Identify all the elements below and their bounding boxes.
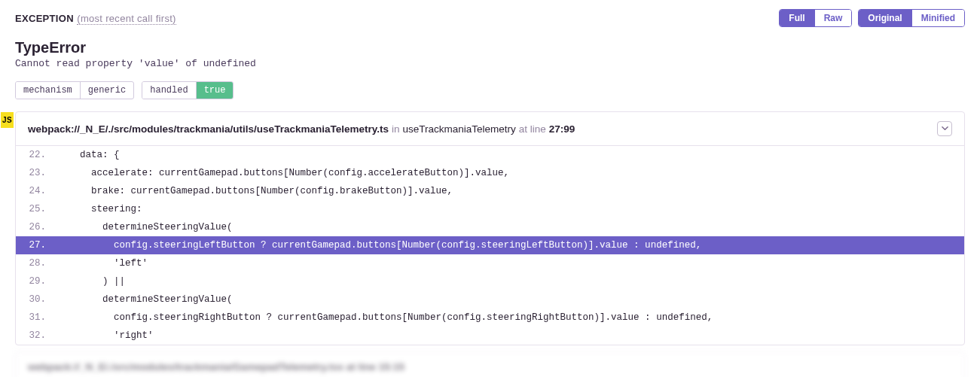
tag-key: handled bbox=[142, 82, 196, 99]
line-content: accelerate: currentGamepad.buttons[Numbe… bbox=[69, 164, 964, 182]
code-context: 22. data: {23. accelerate: currentGamepa… bbox=[16, 146, 964, 345]
stack-frame: JS webpack://_N_E/./src/modules/trackman… bbox=[15, 111, 965, 345]
toggle-minified-button[interactable]: Minified bbox=[911, 10, 964, 26]
tag-mechanism[interactable]: mechanism generic bbox=[15, 81, 134, 99]
line-content: config.steeringRightButton ? currentGame… bbox=[69, 309, 964, 327]
line-content: 'right' bbox=[69, 327, 964, 345]
code-line: 32. 'right' bbox=[16, 327, 964, 345]
line-content: data: { bbox=[69, 146, 964, 164]
code-line: 25. steering: bbox=[16, 200, 964, 218]
tag-value: true bbox=[197, 82, 234, 99]
code-line: 26. determineSteeringValue( bbox=[16, 218, 964, 236]
code-line: 29. ) || bbox=[16, 272, 964, 290]
sourcemap-toggle: Original Minified bbox=[858, 9, 965, 27]
view-toggles: Full Raw Original Minified bbox=[779, 9, 965, 27]
error-message: Cannot read property 'value' of undefine… bbox=[0, 58, 980, 81]
line-content: 'left' bbox=[69, 254, 964, 272]
code-line: 28. 'left' bbox=[16, 254, 964, 272]
code-line: 24. brake: currentGamepad.buttons[Number… bbox=[16, 182, 964, 200]
frame-function-name: useTrackmaniaTelemetry bbox=[402, 123, 515, 135]
line-content: brake: currentGamepad.buttons[Number(con… bbox=[69, 182, 964, 200]
collapse-frame-button[interactable] bbox=[937, 121, 952, 136]
tags-row: mechanism generic handled true bbox=[0, 81, 980, 111]
frame-line-col: 27:99 bbox=[549, 123, 575, 135]
next-stack-frame-preview: webpack://_N_E/./src/modules/trackmania/… bbox=[15, 351, 965, 377]
tag-value: generic bbox=[81, 82, 133, 99]
frame-file-path: webpack://_N_E/./src/modules/trackmania/… bbox=[28, 123, 389, 135]
line-number: 23. bbox=[16, 164, 69, 182]
code-line: 31. config.steeringRightButton ? current… bbox=[16, 309, 964, 327]
language-badge: JS bbox=[1, 112, 14, 128]
section-order-hint: (most recent call first) bbox=[77, 13, 176, 25]
line-content: determineSteeringValue( bbox=[69, 290, 964, 309]
code-line-error: 27. config.steeringLeftButton ? currentG… bbox=[16, 236, 964, 254]
toggle-full-button[interactable]: Full bbox=[780, 10, 814, 26]
line-content: determineSteeringValue( bbox=[69, 218, 964, 236]
toggle-raw-button[interactable]: Raw bbox=[814, 10, 852, 26]
frame-in-word: in bbox=[392, 123, 400, 135]
toggle-original-button[interactable]: Original bbox=[859, 10, 911, 26]
line-number: 24. bbox=[16, 182, 69, 200]
line-number: 28. bbox=[16, 254, 69, 272]
line-number: 32. bbox=[16, 327, 69, 345]
stacktrace-format-toggle: Full Raw bbox=[779, 9, 852, 27]
line-content: steering: bbox=[69, 200, 964, 218]
code-line: 30. determineSteeringValue( bbox=[16, 290, 964, 309]
code-line: 22. data: { bbox=[16, 146, 964, 164]
error-type: TypeError bbox=[0, 33, 980, 58]
line-number: 25. bbox=[16, 200, 69, 218]
chevron-down-icon bbox=[942, 125, 948, 133]
line-number: 26. bbox=[16, 218, 69, 236]
section-heading: EXCEPTION (most recent call first) bbox=[15, 11, 176, 25]
line-number: 29. bbox=[16, 272, 69, 290]
line-number: 22. bbox=[16, 146, 69, 164]
frame-atline-word: at line bbox=[519, 123, 546, 135]
line-content: config.steeringLeftButton ? currentGamep… bbox=[69, 236, 964, 254]
code-line: 23. accelerate: currentGamepad.buttons[N… bbox=[16, 164, 964, 182]
tag-key: mechanism bbox=[16, 82, 81, 99]
line-number: 31. bbox=[16, 309, 69, 327]
line-number: 30. bbox=[16, 290, 69, 309]
frame-header[interactable]: webpack://_N_E/./src/modules/trackmania/… bbox=[16, 112, 964, 146]
line-content: ) || bbox=[69, 272, 964, 290]
tag-handled[interactable]: handled true bbox=[142, 81, 234, 99]
line-number: 27. bbox=[16, 236, 69, 254]
section-label: EXCEPTION bbox=[15, 13, 74, 24]
